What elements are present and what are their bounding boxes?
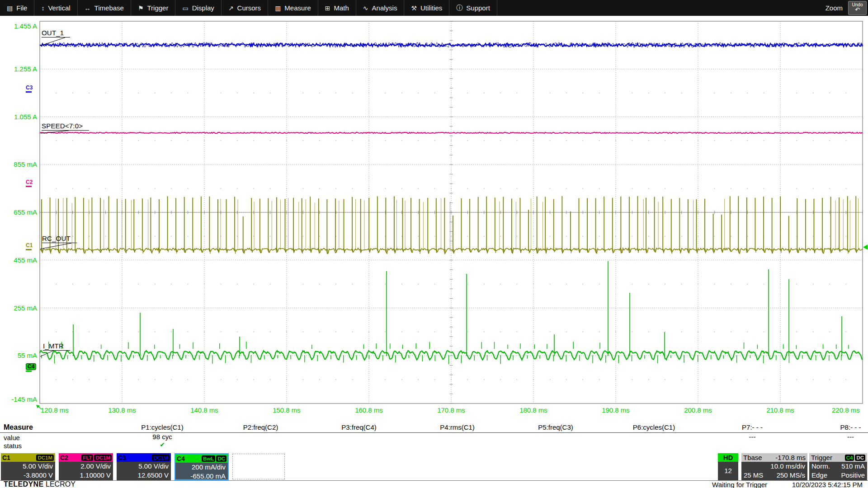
measure-value — [408, 433, 507, 441]
logo-teledyne: TELEDYNE — [4, 480, 44, 488]
channel-box-c1[interactable]: C1DC1M5.00 V/div-3.8000 V — [1, 453, 55, 480]
measure-column-p1[interactable]: P1:cycles(C1)98 cyc✔ — [113, 422, 212, 448]
x-axis-label-9: 210.8 ms — [766, 406, 794, 414]
timebase-delay: -170.8 ms — [775, 454, 806, 461]
measure-value — [605, 433, 703, 441]
timebase-samples: 25 MS — [744, 471, 763, 480]
channel-marker-c3[interactable]: C3 — [26, 85, 33, 93]
measure-column-p3[interactable]: P3:freq(C4) — [310, 422, 408, 448]
trace-speed — [40, 132, 863, 133]
y-axis-label-7: 55 mA — [0, 352, 37, 359]
x-axis-label-2: 140.8 ms — [190, 406, 218, 414]
menu-item-utilities[interactable]: ⚒Utilities — [404, 0, 449, 16]
measure-value — [506, 433, 605, 441]
channel-box-c4[interactable]: C4BwLDC200 mA/div-655.00 mA — [175, 453, 229, 480]
channel-marker-label: C3 — [26, 84, 33, 91]
channel-marker-c4[interactable]: C4 — [26, 363, 36, 372]
measure-value: --- — [802, 433, 868, 441]
menu-item-vertical[interactable]: ↕Vertical — [34, 0, 77, 16]
menu-item-timebase[interactable]: ↔Timebase — [78, 0, 131, 16]
trace-label-rc-out[interactable]: RC_OUT — [42, 235, 77, 243]
menu-bar: ▤File↕Vertical↔Timebase⚑Trigger▭Display↗… — [0, 0, 868, 16]
y-axis-label-8: -145 mA — [0, 395, 37, 403]
measure-status — [310, 441, 408, 448]
channel-scale: 5.00 V/div — [119, 462, 169, 471]
channel-marker-tick — [26, 186, 32, 187]
measure-column-p7[interactable]: P7:- - ---- — [703, 422, 802, 448]
status-bar: TELEDYNE LECROY Waiting for Trigger 10/2… — [0, 480, 868, 488]
trace-label-i-mtr[interactable]: I_MTR — [43, 342, 70, 351]
measure-column-p4[interactable]: P4:rms(C1) — [408, 422, 507, 448]
menu-item-label: Display — [192, 4, 214, 12]
bottom-panels: HD 12 Bits Tbase -170.8 ms 10.0 ms/div 2… — [0, 453, 868, 480]
math-calculator-icon: ⊞ — [325, 5, 330, 12]
trace-label-out1[interactable]: OUT_1 — [42, 29, 70, 38]
measure-column-p8[interactable]: P8:- - ---- — [802, 422, 868, 448]
trigger-status-text: Waiting for Trigger — [712, 481, 767, 488]
channel-badge-flt: FLT — [81, 455, 93, 461]
y-axis-label-3: 855 mA — [0, 160, 37, 168]
channel-marker-c2[interactable]: C2 — [26, 179, 33, 187]
trigger-mode: Norm. — [811, 462, 830, 471]
trigger-box[interactable]: Trigger C4 DC Norm. 510 mA Edge Positive — [809, 453, 867, 480]
empty-channel-slot[interactable] — [232, 454, 285, 479]
y-axis-label-4: 655 mA — [0, 208, 37, 216]
hd-mode-label: HD — [718, 453, 738, 462]
channel-box-id: C2 — [60, 454, 68, 461]
measure-column-p6[interactable]: P6:cycles(C1) — [605, 422, 703, 448]
measure-header: P3:freq(C4) — [310, 423, 408, 431]
trace-out1 — [40, 42, 863, 47]
x-axis-label-3: 150.8 ms — [273, 406, 301, 414]
trigger-level-marker[interactable] — [863, 245, 868, 250]
vertical-arrows-icon: ↕ — [41, 5, 44, 12]
menu-item-label: Math — [334, 4, 349, 12]
menu-item-analysis[interactable]: ∿Analysis — [356, 0, 405, 16]
menu-item-support[interactable]: ⓘSupport — [449, 0, 497, 16]
measure-header: P5:freq(C3) — [506, 423, 605, 431]
undo-button[interactable]: Undo ↶ — [848, 1, 867, 15]
channel-marker-c1[interactable]: C1 — [26, 243, 33, 250]
measure-status — [605, 441, 703, 448]
x-axis-label-8: 200.8 ms — [684, 406, 712, 414]
menu-bar-items: ▤File↕Vertical↔Timebase⚑Trigger▭Display↗… — [0, 0, 497, 16]
timebase-box[interactable]: Tbase -170.8 ms 10.0 ms/div 25 MS 250 MS… — [741, 453, 807, 480]
scope-display — [0, 0, 868, 488]
menu-item-label: Utilities — [420, 4, 442, 12]
x-axis-label-6: 180.8 ms — [519, 406, 547, 414]
menu-item-label: Cursors — [237, 4, 261, 12]
menu-item-label: Timebase — [94, 4, 124, 12]
zoom-button[interactable]: Zoom — [826, 4, 843, 12]
support-info-icon: ⓘ — [456, 4, 462, 12]
menu-item-file[interactable]: ▤File — [0, 0, 34, 16]
menu-item-cursors[interactable]: ↗Cursors — [222, 0, 268, 16]
timebase-samplerate: 250 MS/s — [777, 471, 805, 480]
measure-header: P2:freq(C2) — [212, 423, 310, 431]
trace-label-speed[interactable]: SPEED<7:0> — [42, 122, 89, 131]
channel-box-c2[interactable]: C2FLTDC1M2.00 V/div1.10000 V — [59, 453, 113, 480]
measure-column-p2[interactable]: P2:freq(C2) — [212, 422, 310, 448]
channel-badge-dc1m: DC1M — [36, 455, 54, 461]
display-monitor-icon: ▭ — [182, 5, 188, 12]
channel-marker-label: C2 — [26, 179, 33, 185]
x-axis-label-5: 170.8 ms — [437, 406, 465, 414]
undo-arrow-icon: ↶ — [849, 7, 866, 12]
x-axis-label-1: 130.8 ms — [108, 406, 136, 414]
menu-item-display[interactable]: ▭Display — [175, 0, 221, 16]
cursor-pointer-icon: ↗ — [228, 5, 234, 12]
trigger-source-badge: C4 — [845, 455, 854, 461]
channel-badge-bwl: BwL — [202, 455, 215, 462]
menu-item-measure[interactable]: ▥Measure — [268, 0, 318, 16]
measure-value — [212, 433, 310, 441]
y-axis-label-6: 255 mA — [0, 304, 37, 312]
measure-column-p5[interactable]: P5:freq(C3) — [506, 422, 605, 448]
channel-box-c3[interactable]: C3DC1M5.00 V/div12.6500 V — [117, 453, 171, 480]
channel-box-id: C3 — [118, 454, 126, 461]
measure-header: P7:- - - — [703, 423, 802, 431]
menu-item-trigger[interactable]: ⚑Trigger — [131, 0, 176, 16]
measure-status: ✔ — [113, 441, 212, 448]
channel-scale: 5.00 V/div — [3, 462, 53, 471]
menu-item-math[interactable]: ⊞Math — [318, 0, 356, 16]
measure-header: P1:cycles(C1) — [113, 423, 212, 431]
x-axis-label-7: 190.8 ms — [602, 406, 630, 414]
hd-mode-box[interactable]: HD 12 Bits — [718, 453, 738, 480]
